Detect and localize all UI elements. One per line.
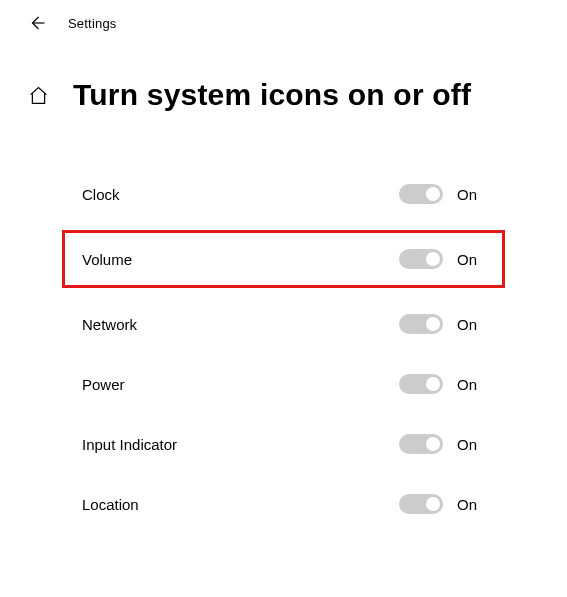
list-item: Location On	[0, 474, 567, 534]
toggle-state-label: On	[457, 316, 485, 333]
toggle-group: On	[399, 184, 485, 204]
toggle-row-location: Location On	[62, 474, 505, 534]
header-bar: Settings	[0, 0, 567, 40]
toggle-knob	[426, 252, 440, 266]
row-label: Clock	[82, 186, 120, 203]
list-item: Input Indicator On	[0, 414, 567, 474]
toggle-row-volume: Volume On	[65, 233, 502, 285]
toggle-knob	[426, 437, 440, 451]
toggle-state-label: On	[457, 496, 485, 513]
toggle-list: Clock On Volume On Network	[0, 122, 567, 534]
toggle-knob	[426, 497, 440, 511]
toggle-row-power: Power On	[62, 354, 505, 414]
page-title: Turn system icons on or off	[73, 78, 471, 112]
header-title: Settings	[68, 16, 117, 31]
toggle-state-label: On	[457, 376, 485, 393]
toggle-group: On	[399, 314, 485, 334]
home-icon[interactable]	[28, 85, 49, 106]
toggle-switch[interactable]	[399, 434, 443, 454]
title-row: Turn system icons on or off	[0, 40, 567, 122]
toggle-switch[interactable]	[399, 184, 443, 204]
toggle-group: On	[399, 494, 485, 514]
toggle-row-network: Network On	[62, 294, 505, 354]
toggle-knob	[426, 317, 440, 331]
toggle-row-clock: Clock On	[62, 164, 505, 224]
back-icon[interactable]	[28, 14, 46, 32]
toggle-state-label: On	[457, 186, 485, 203]
toggle-state-label: On	[457, 251, 485, 268]
toggle-group: On	[399, 434, 485, 454]
row-label: Location	[82, 496, 139, 513]
toggle-switch[interactable]	[399, 249, 443, 269]
row-label: Network	[82, 316, 137, 333]
list-item: Network On	[0, 294, 567, 354]
row-label: Power	[82, 376, 125, 393]
toggle-group: On	[399, 374, 485, 394]
toggle-switch[interactable]	[399, 374, 443, 394]
toggle-state-label: On	[457, 436, 485, 453]
toggle-switch[interactable]	[399, 314, 443, 334]
toggle-group: On	[399, 249, 485, 269]
toggle-knob	[426, 377, 440, 391]
row-label: Volume	[82, 251, 132, 268]
list-item-highlighted: Volume On	[62, 230, 505, 288]
toggle-row-input-indicator: Input Indicator On	[62, 414, 505, 474]
list-item: Power On	[0, 354, 567, 414]
row-label: Input Indicator	[82, 436, 177, 453]
toggle-knob	[426, 187, 440, 201]
list-item: Clock On	[0, 164, 567, 224]
toggle-switch[interactable]	[399, 494, 443, 514]
